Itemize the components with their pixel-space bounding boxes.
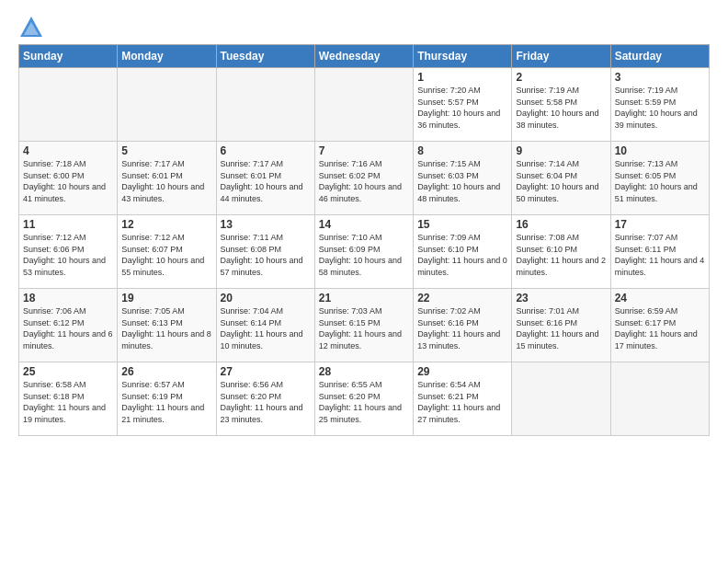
day-number: 4 <box>23 144 113 157</box>
day-number: 6 <box>221 144 311 157</box>
day-info: Sunrise: 7:11 AMSunset: 6:08 PMDaylight:… <box>221 232 311 278</box>
day-info: Sunrise: 7:01 AMSunset: 6:16 PMDaylight:… <box>516 305 606 351</box>
day-number: 18 <box>23 292 113 304</box>
day-number: 2 <box>516 71 606 84</box>
day-cell: 8Sunrise: 7:15 AMSunset: 6:03 PMDaylight… <box>414 142 512 215</box>
day-cell <box>314 68 413 142</box>
day-info: Sunrise: 7:17 AMSunset: 6:01 PMDaylight:… <box>221 158 311 204</box>
day-number: 22 <box>417 292 507 304</box>
day-cell <box>512 362 610 436</box>
day-number: 25 <box>23 365 113 378</box>
day-number: 21 <box>319 292 409 304</box>
day-cell: 27Sunrise: 6:56 AMSunset: 6:20 PMDayligh… <box>216 362 314 436</box>
day-number: 19 <box>121 292 211 304</box>
day-info: Sunrise: 7:08 AMSunset: 6:10 PMDaylight:… <box>516 232 606 278</box>
day-cell: 14Sunrise: 7:10 AMSunset: 6:09 PMDayligh… <box>314 215 413 289</box>
day-info: Sunrise: 7:17 AMSunset: 6:01 PMDaylight:… <box>121 158 211 204</box>
day-number: 11 <box>23 218 113 231</box>
day-cell: 18Sunrise: 7:06 AMSunset: 6:12 PMDayligh… <box>19 289 118 362</box>
header <box>18 15 710 40</box>
day-cell <box>19 68 118 142</box>
day-info: Sunrise: 7:09 AMSunset: 6:10 PMDaylight:… <box>417 232 507 278</box>
day-number: 20 <box>221 292 311 304</box>
day-info: Sunrise: 6:54 AMSunset: 6:21 PMDaylight:… <box>417 379 507 425</box>
day-number: 7 <box>319 144 409 157</box>
day-info: Sunrise: 6:58 AMSunset: 6:18 PMDaylight:… <box>23 379 113 425</box>
day-info: Sunrise: 7:19 AMSunset: 5:58 PMDaylight:… <box>516 85 606 131</box>
day-cell <box>610 362 709 436</box>
day-info: Sunrise: 6:55 AMSunset: 6:20 PMDaylight:… <box>319 379 409 425</box>
day-cell <box>118 68 216 142</box>
week-row-1: 1Sunrise: 7:20 AMSunset: 5:57 PMDaylight… <box>19 68 710 142</box>
day-cell: 17Sunrise: 7:07 AMSunset: 6:11 PMDayligh… <box>610 215 709 289</box>
week-row-2: 4Sunrise: 7:18 AMSunset: 6:00 PMDaylight… <box>19 142 710 215</box>
logo-icon <box>18 15 44 40</box>
day-cell <box>216 68 314 142</box>
day-cell: 9Sunrise: 7:14 AMSunset: 6:04 PMDaylight… <box>512 142 610 215</box>
day-info: Sunrise: 7:12 AMSunset: 6:06 PMDaylight:… <box>23 232 113 278</box>
day-info: Sunrise: 7:15 AMSunset: 6:03 PMDaylight:… <box>417 158 507 204</box>
day-number: 8 <box>417 144 507 157</box>
day-cell: 4Sunrise: 7:18 AMSunset: 6:00 PMDaylight… <box>19 142 118 215</box>
day-info: Sunrise: 7:04 AMSunset: 6:14 PMDaylight:… <box>221 305 311 351</box>
day-number: 1 <box>417 71 507 84</box>
week-row-5: 25Sunrise: 6:58 AMSunset: 6:18 PMDayligh… <box>19 362 710 436</box>
day-number: 12 <box>121 218 211 231</box>
day-number: 10 <box>615 144 705 157</box>
header-row: SundayMondayTuesdayWednesdayThursdayFrid… <box>19 45 710 68</box>
day-cell: 23Sunrise: 7:01 AMSunset: 6:16 PMDayligh… <box>512 289 610 362</box>
day-cell: 28Sunrise: 6:55 AMSunset: 6:20 PMDayligh… <box>314 362 413 436</box>
page: SundayMondayTuesdayWednesdayThursdayFrid… <box>0 0 728 445</box>
header-cell-tuesday: Tuesday <box>216 45 314 68</box>
day-number: 23 <box>516 292 606 304</box>
day-cell: 21Sunrise: 7:03 AMSunset: 6:15 PMDayligh… <box>314 289 413 362</box>
day-number: 27 <box>221 365 311 378</box>
day-cell: 12Sunrise: 7:12 AMSunset: 6:07 PMDayligh… <box>118 215 216 289</box>
day-number: 17 <box>615 218 705 231</box>
day-info: Sunrise: 7:19 AMSunset: 5:59 PMDaylight:… <box>615 85 705 131</box>
day-number: 9 <box>516 144 606 157</box>
day-info: Sunrise: 7:16 AMSunset: 6:02 PMDaylight:… <box>319 158 409 204</box>
header-cell-friday: Friday <box>512 45 610 68</box>
week-row-4: 18Sunrise: 7:06 AMSunset: 6:12 PMDayligh… <box>19 289 710 362</box>
day-cell: 2Sunrise: 7:19 AMSunset: 5:58 PMDaylight… <box>512 68 610 142</box>
day-info: Sunrise: 7:10 AMSunset: 6:09 PMDaylight:… <box>319 232 409 278</box>
day-cell: 29Sunrise: 6:54 AMSunset: 6:21 PMDayligh… <box>414 362 512 436</box>
day-cell: 16Sunrise: 7:08 AMSunset: 6:10 PMDayligh… <box>512 215 610 289</box>
day-cell: 13Sunrise: 7:11 AMSunset: 6:08 PMDayligh… <box>216 215 314 289</box>
logo <box>18 15 48 40</box>
header-cell-sunday: Sunday <box>19 45 118 68</box>
day-info: Sunrise: 7:18 AMSunset: 6:00 PMDaylight:… <box>23 158 113 204</box>
day-cell: 25Sunrise: 6:58 AMSunset: 6:18 PMDayligh… <box>19 362 118 436</box>
day-number: 3 <box>615 71 705 84</box>
day-cell: 26Sunrise: 6:57 AMSunset: 6:19 PMDayligh… <box>118 362 216 436</box>
day-cell: 19Sunrise: 7:05 AMSunset: 6:13 PMDayligh… <box>118 289 216 362</box>
day-info: Sunrise: 6:57 AMSunset: 6:19 PMDaylight:… <box>121 379 211 425</box>
day-cell: 22Sunrise: 7:02 AMSunset: 6:16 PMDayligh… <box>414 289 512 362</box>
header-cell-saturday: Saturday <box>610 45 709 68</box>
day-number: 24 <box>615 292 705 304</box>
day-number: 5 <box>121 144 211 157</box>
day-number: 16 <box>516 218 606 231</box>
day-cell: 24Sunrise: 6:59 AMSunset: 6:17 PMDayligh… <box>610 289 709 362</box>
day-info: Sunrise: 7:02 AMSunset: 6:16 PMDaylight:… <box>417 305 507 351</box>
day-info: Sunrise: 7:12 AMSunset: 6:07 PMDaylight:… <box>121 232 211 278</box>
day-cell: 1Sunrise: 7:20 AMSunset: 5:57 PMDaylight… <box>414 68 512 142</box>
header-cell-thursday: Thursday <box>414 45 512 68</box>
calendar-table: SundayMondayTuesdayWednesdayThursdayFrid… <box>18 44 710 436</box>
day-number: 26 <box>121 365 211 378</box>
day-cell: 15Sunrise: 7:09 AMSunset: 6:10 PMDayligh… <box>414 215 512 289</box>
header-cell-wednesday: Wednesday <box>314 45 413 68</box>
day-info: Sunrise: 7:03 AMSunset: 6:15 PMDaylight:… <box>319 305 409 351</box>
week-row-3: 11Sunrise: 7:12 AMSunset: 6:06 PMDayligh… <box>19 215 710 289</box>
day-info: Sunrise: 7:07 AMSunset: 6:11 PMDaylight:… <box>615 232 705 278</box>
day-info: Sunrise: 7:05 AMSunset: 6:13 PMDaylight:… <box>121 305 211 351</box>
day-cell: 10Sunrise: 7:13 AMSunset: 6:05 PMDayligh… <box>610 142 709 215</box>
day-cell: 11Sunrise: 7:12 AMSunset: 6:06 PMDayligh… <box>19 215 118 289</box>
day-info: Sunrise: 7:06 AMSunset: 6:12 PMDaylight:… <box>23 305 113 351</box>
day-cell: 6Sunrise: 7:17 AMSunset: 6:01 PMDaylight… <box>216 142 314 215</box>
day-number: 15 <box>417 218 507 231</box>
header-cell-monday: Monday <box>118 45 216 68</box>
day-number: 14 <box>319 218 409 231</box>
day-cell: 20Sunrise: 7:04 AMSunset: 6:14 PMDayligh… <box>216 289 314 362</box>
